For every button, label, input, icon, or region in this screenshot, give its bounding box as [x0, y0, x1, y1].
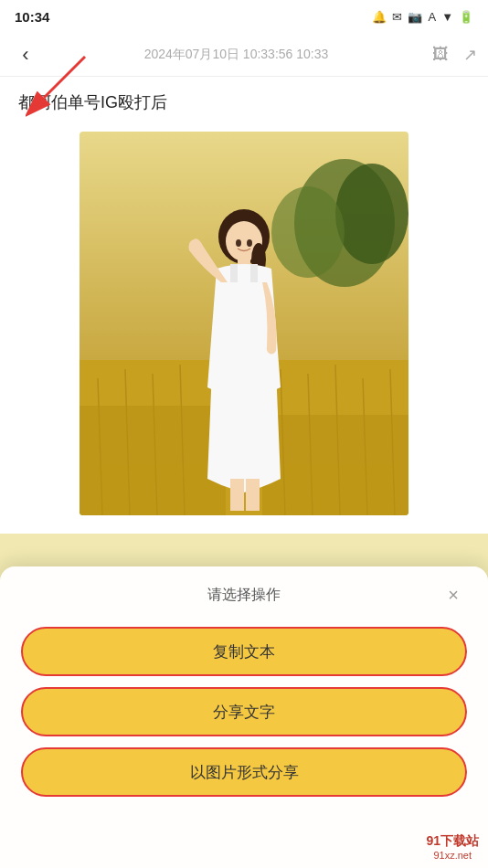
svg-point-4	[335, 164, 408, 264]
image-icon[interactable]: 🖼	[432, 45, 449, 64]
close-button[interactable]: ×	[440, 585, 466, 606]
svg-point-27	[247, 239, 252, 247]
svg-rect-16	[80, 406, 226, 515]
svg-point-26	[236, 239, 241, 247]
share-icon[interactable]: ↗	[463, 45, 477, 65]
bottom-sheet-content: 请选择操作 × 复制文本 分享文字 以图片形式分享	[0, 566, 488, 827]
svg-rect-23	[250, 264, 258, 282]
svg-rect-24	[230, 479, 244, 511]
note-image	[80, 132, 408, 515]
status-bar: 10:34 🔔 ✉ 📷 A ▼ 🔋	[0, 0, 488, 33]
nav-actions: 🖼 ↗	[432, 45, 477, 65]
bottom-sheet: 请选择操作 × 复制文本 分享文字 以图片形式分享	[0, 566, 488, 868]
note-title: 都阿伯单号IG殴打后	[18, 91, 470, 113]
content-area: 都阿伯单号IG殴打后	[0, 77, 488, 534]
bottom-sheet-title: 请选择操作	[48, 586, 440, 605]
battery-icon: 🔋	[459, 10, 473, 24]
nav-title: 2024年07月10日 10:33:56 10:33	[40, 47, 432, 63]
share-image-button[interactable]: 以图片形式分享	[22, 748, 466, 796]
status-time: 10:34	[15, 9, 49, 25]
back-button[interactable]: ‹	[11, 43, 40, 67]
wifi-icon: ▼	[441, 10, 453, 24]
status-icons: 🔔 ✉ 📷 A ▼ 🔋	[372, 10, 473, 24]
nav-bar: ‹ 2024年07月10日 10:33:56 10:33 🖼 ↗	[0, 33, 488, 77]
text-icon: A	[428, 10, 436, 24]
watermark-text2: 91xz.net	[433, 850, 472, 861]
camera-icon: 📷	[408, 10, 422, 24]
note-content: 都阿伯单号IG殴打后	[0, 77, 488, 534]
message-icon: ✉	[392, 10, 402, 24]
svg-rect-22	[230, 264, 238, 282]
svg-point-5	[271, 186, 345, 278]
svg-rect-17	[262, 415, 408, 515]
notification-icon: 🔔	[372, 10, 387, 24]
bottom-sheet-header: 请选择操作 ×	[22, 585, 466, 606]
watermark-text1: 91下载站	[426, 833, 479, 850]
svg-rect-25	[246, 479, 260, 511]
share-text-button[interactable]: 分享文字	[22, 688, 466, 736]
image-container	[18, 124, 470, 523]
watermark: 91下载站 91xz.net	[426, 833, 479, 861]
copy-text-button[interactable]: 复制文本	[22, 628, 466, 675]
